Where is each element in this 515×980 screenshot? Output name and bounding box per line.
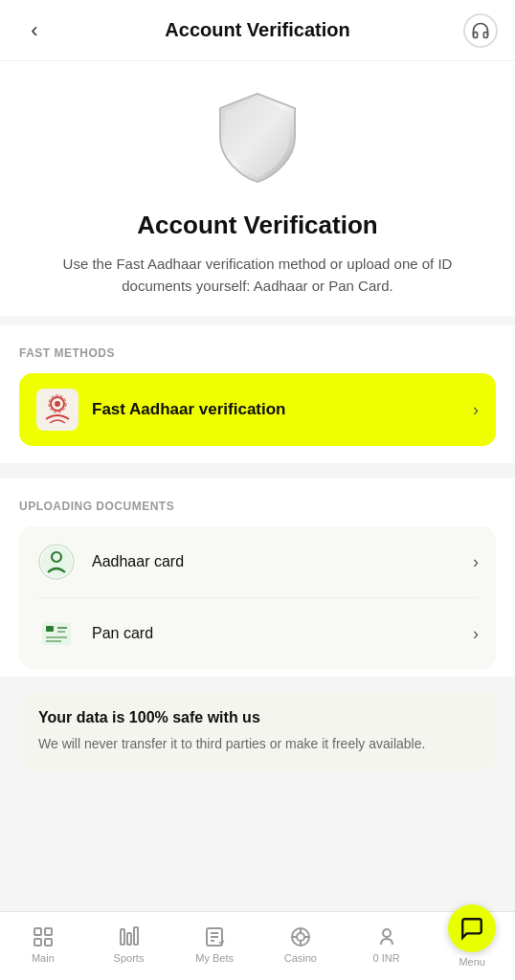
pan-card-icon [36, 613, 77, 654]
nav-label-balance: 0 INR [372, 952, 399, 964]
nav-label-casino: Casino [284, 952, 317, 964]
svg-rect-17 [121, 929, 124, 945]
nav-item-casino[interactable]: Casino [258, 925, 344, 964]
nav-item-main[interactable]: Main [0, 925, 86, 964]
fast-aadhaar-label: Fast Aadhaar verification [92, 400, 473, 419]
svg-rect-13 [34, 928, 41, 935]
sports-icon [118, 925, 141, 948]
svg-rect-19 [134, 927, 138, 945]
shield-icon [214, 90, 301, 186]
fast-methods-label: FAST METHODS [19, 346, 496, 360]
pan-card-item[interactable]: Pan card › [36, 598, 479, 669]
nav-label-main: Main [32, 952, 55, 964]
fast-aadhaar-button[interactable]: Fast Aadhaar verification › [19, 373, 496, 446]
support-icon [463, 13, 498, 48]
pan-card-chevron: › [473, 624, 479, 644]
svg-point-2 [55, 401, 60, 407]
svg-rect-14 [45, 928, 52, 935]
safety-description: We will never transfer it to third parti… [38, 734, 477, 754]
nav-item-balance[interactable]: 0 INR [344, 925, 430, 964]
safety-banner: Your data is 100% safe with us We will n… [19, 692, 496, 771]
shield-icon-container [214, 90, 301, 189]
svg-rect-16 [45, 939, 52, 946]
aadhaar-card-icon [36, 542, 77, 582]
nav-item-menu[interactable]: Menu [429, 922, 515, 968]
safety-title: Your data is 100% safe with us [38, 709, 477, 726]
nav-item-sports[interactable]: Sports [86, 925, 172, 964]
aadhaar-card-chevron: › [473, 552, 479, 572]
nav-item-my-bets[interactable]: My Bets [171, 925, 258, 964]
support-button[interactable] [463, 13, 498, 48]
chat-icon [459, 916, 484, 941]
aadhaar-icon [36, 389, 78, 431]
page-title: Account Verification [52, 19, 463, 41]
svg-rect-15 [34, 939, 41, 946]
bottom-navigation: Main Sports My Bets Casino [0, 911, 515, 980]
docs-card: Aadhaar card › Pan card › [19, 526, 496, 669]
verification-title: Account Verification [137, 211, 377, 240]
back-button[interactable]: ‹ [17, 13, 52, 48]
aadhaar-card-label: Aadhaar card [92, 553, 473, 570]
fast-aadhaar-chevron: › [473, 400, 479, 420]
pan-card-label: Pan card [92, 625, 473, 642]
balance-icon [375, 925, 398, 948]
chat-fab-button[interactable] [448, 904, 496, 952]
svg-point-30 [383, 929, 391, 937]
my-bets-icon [203, 925, 226, 948]
svg-rect-8 [46, 626, 54, 632]
back-icon: ‹ [31, 18, 37, 43]
verification-description: Use the Fast Aadhaar verification method… [37, 254, 478, 297]
header: ‹ Account Verification [0, 0, 515, 61]
nav-label-menu: Menu [459, 956, 485, 968]
aadhaar-card-item[interactable]: Aadhaar card › [36, 526, 479, 598]
casino-icon [289, 925, 312, 948]
nav-label-my-bets: My Bets [195, 952, 234, 964]
main-content: Account Verification Use the Fast Aadhaa… [0, 61, 515, 316]
uploading-documents-label: UPLOADING DOCUMENTS [19, 500, 496, 513]
fast-methods-section: FAST METHODS Fast Aadhaar verification › [0, 325, 515, 463]
uploading-documents-section: UPLOADING DOCUMENTS Aadhaar card › [0, 479, 515, 677]
nav-label-sports: Sports [114, 952, 145, 964]
main-icon [32, 925, 55, 948]
svg-rect-18 [127, 933, 131, 945]
svg-point-25 [297, 933, 304, 941]
